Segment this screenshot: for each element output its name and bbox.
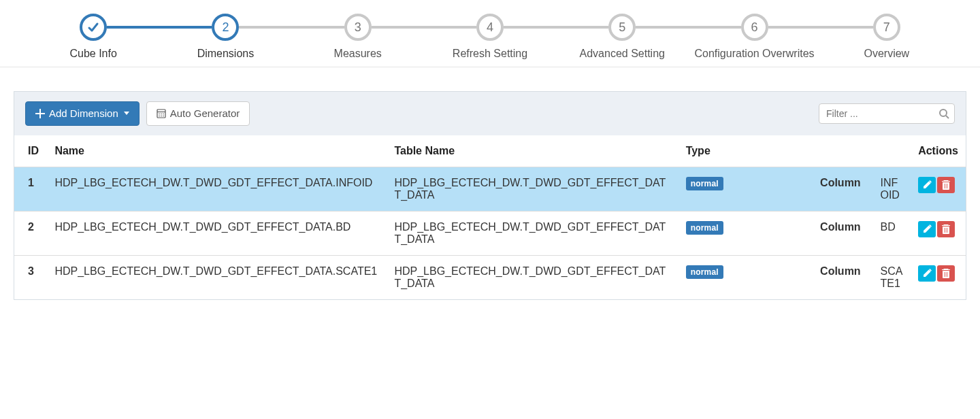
col-header-type: Type bbox=[679, 135, 813, 167]
cell-actions bbox=[911, 167, 966, 211]
step-circle: 6 bbox=[741, 14, 768, 41]
step-5[interactable]: 5Advanced Setting bbox=[556, 14, 688, 60]
cell-type: normal bbox=[679, 211, 813, 255]
trash-icon bbox=[942, 224, 950, 234]
cell-table-name: HDP_LBG_ECTECH_DW.T_DWD_GDT_EFFECT_DAT T… bbox=[387, 255, 679, 299]
cell-column-label: Column bbox=[813, 255, 873, 299]
dimensions-toolbar: Add Dimension Auto Generator bbox=[14, 92, 966, 135]
step-7[interactable]: 7Overview bbox=[821, 14, 953, 60]
add-dimension-button[interactable]: Add Dimension bbox=[25, 101, 140, 126]
step-label: Overview bbox=[864, 48, 909, 60]
step-3[interactable]: 3Measures bbox=[292, 14, 424, 60]
step-4[interactable]: 4Refresh Setting bbox=[424, 14, 556, 60]
trash-icon bbox=[942, 180, 950, 190]
step-label: Cube Info bbox=[69, 48, 116, 60]
wizard-stepper: Cube Info2Dimensions3Measures4Refresh Se… bbox=[0, 0, 980, 67]
svg-point-7 bbox=[163, 115, 164, 116]
add-dimension-label: Add Dimension bbox=[49, 107, 118, 120]
cell-table-name: HDP_LBG_ECTECH_DW.T_DWD_GDT_EFFECT_DAT T… bbox=[387, 211, 679, 255]
type-badge: normal bbox=[686, 177, 723, 190]
svg-point-6 bbox=[161, 115, 162, 116]
pencil-icon bbox=[922, 224, 932, 234]
step-circle: 5 bbox=[608, 14, 636, 41]
auto-generator-button[interactable]: Auto Generator bbox=[146, 101, 250, 126]
pencil-icon bbox=[922, 269, 932, 278]
step-circle: 4 bbox=[476, 14, 504, 41]
step-circle: 2 bbox=[212, 14, 239, 41]
col-header-id: ID bbox=[14, 135, 48, 167]
step-6[interactable]: 6Configuration Overwrites bbox=[688, 14, 820, 60]
plus-icon bbox=[35, 109, 45, 118]
col-header-name: Name bbox=[48, 135, 387, 167]
svg-point-2 bbox=[159, 113, 160, 114]
auto-generator-label: Auto Generator bbox=[170, 107, 240, 120]
pencil-icon bbox=[922, 180, 932, 190]
trash-icon bbox=[942, 269, 950, 278]
table-row[interactable]: 1HDP_LBG_ECTECH_DW.T_DWD_GDT_EFFECT_DATA… bbox=[14, 167, 966, 211]
check-icon bbox=[86, 20, 100, 34]
edit-button[interactable] bbox=[918, 177, 936, 193]
type-badge: normal bbox=[686, 221, 723, 235]
cell-column-value: BD bbox=[873, 211, 911, 255]
svg-point-3 bbox=[161, 113, 162, 114]
step-circle: 3 bbox=[344, 14, 372, 41]
dimensions-panel: Add Dimension Auto Generator bbox=[14, 91, 966, 300]
col-header-actions: Actions bbox=[911, 135, 966, 167]
step-label: Dimensions bbox=[197, 48, 255, 60]
col-header-table-name: Table Name bbox=[387, 135, 679, 167]
step-label: Configuration Overwrites bbox=[695, 48, 815, 60]
cell-name: HDP_LBG_ECTECH_DW.T_DWD_GDT_EFFECT_DATA.… bbox=[48, 211, 387, 255]
cell-type: normal bbox=[679, 255, 813, 299]
step-2[interactable]: 2Dimensions bbox=[159, 14, 291, 60]
filter-input[interactable] bbox=[819, 103, 955, 124]
step-label: Measures bbox=[334, 48, 382, 60]
delete-button[interactable] bbox=[937, 221, 955, 237]
delete-button[interactable] bbox=[937, 177, 955, 193]
cell-column-value: INFOID bbox=[873, 167, 911, 211]
cell-type: normal bbox=[679, 167, 813, 211]
dimensions-table: ID Name Table Name Type Actions 1HDP_LBG… bbox=[14, 135, 966, 299]
cell-id: 2 bbox=[14, 211, 48, 255]
step-circle: 7 bbox=[873, 14, 900, 41]
cell-column-value: SCATE1 bbox=[873, 255, 911, 299]
cell-name: HDP_LBG_ECTECH_DW.T_DWD_GDT_EFFECT_DATA.… bbox=[48, 167, 387, 211]
step-circle bbox=[80, 14, 107, 41]
table-row[interactable]: 3HDP_LBG_ECTECH_DW.T_DWD_GDT_EFFECT_DATA… bbox=[14, 255, 966, 299]
table-row[interactable]: 2HDP_LBG_ECTECH_DW.T_DWD_GDT_EFFECT_DATA… bbox=[14, 211, 966, 255]
cell-table-name: HDP_LBG_ECTECH_DW.T_DWD_GDT_EFFECT_DAT T… bbox=[387, 167, 679, 211]
edit-button[interactable] bbox=[918, 221, 936, 237]
cell-column-label: Column bbox=[813, 211, 873, 255]
svg-point-4 bbox=[163, 113, 164, 114]
filter-input-wrap bbox=[819, 103, 955, 124]
cell-actions bbox=[911, 211, 966, 255]
cell-column-label: Column bbox=[813, 167, 873, 211]
chevron-down-icon bbox=[124, 112, 129, 115]
svg-point-5 bbox=[159, 115, 160, 116]
edit-button[interactable] bbox=[918, 265, 936, 282]
step-label: Refresh Setting bbox=[453, 48, 527, 60]
calculator-icon bbox=[157, 109, 166, 118]
delete-button[interactable] bbox=[937, 265, 955, 282]
step-1[interactable]: Cube Info bbox=[27, 14, 159, 60]
type-badge: normal bbox=[686, 265, 723, 279]
cell-name: HDP_LBG_ECTECH_DW.T_DWD_GDT_EFFECT_DATA.… bbox=[48, 255, 387, 299]
cell-id: 1 bbox=[14, 167, 48, 211]
cell-actions bbox=[911, 255, 966, 299]
step-label: Advanced Setting bbox=[580, 48, 665, 60]
cell-id: 3 bbox=[14, 255, 48, 299]
